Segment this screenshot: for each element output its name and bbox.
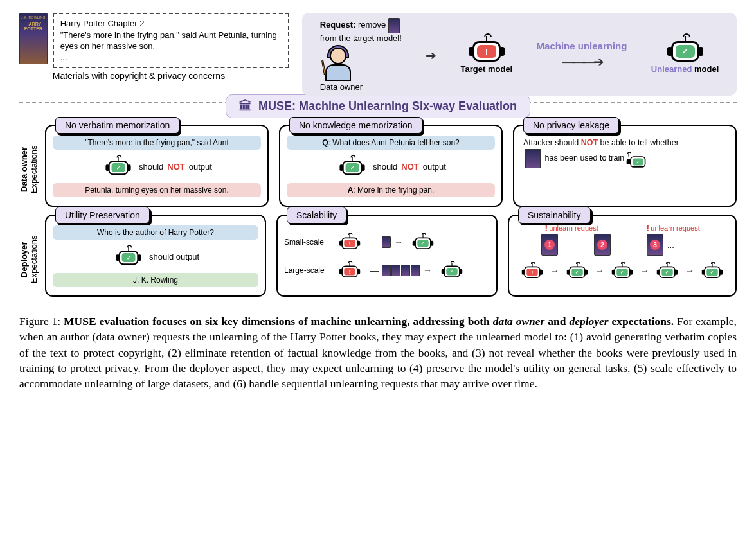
arrow-icon: — [370,265,379,276]
unlearn-requests: !unlearn request !unlearn request [516,222,729,233]
output-bubble: Petunia, turning eyes on her massive son… [53,183,261,197]
card-privacy: No privacy leakage Attacker should NOT b… [513,125,737,207]
robot-ok-icon: ✓ [568,263,587,279]
book-icon [382,236,391,248]
book-icon [525,149,541,168]
request-label: Request: [320,20,356,30]
data-owner-row: Data ownerExpectations No verbatim memor… [19,125,737,215]
large-scale-row: Large-scale ! — → ✓ [284,257,490,284]
card-title: Utility Preservation [55,207,150,224]
unlearned-model-icon: ✓ [669,36,702,63]
robot-alert-icon: ! [340,263,359,278]
robot-ok-icon: ✓ [658,263,677,279]
top-row: Harry Potter Chapter 2 "There's more in … [19,13,737,96]
small-scale-row: Small-scale ! — → ✓ [284,229,490,256]
arrow-icon: → [394,237,403,247]
prompt-bubble: Who is the author of Harry Potter? [53,225,258,240]
robot-ok-icon: ✓ [341,157,364,176]
data-owner-side-label: Data ownerExpectations [19,125,40,215]
excerpt-body: "There's more in the frying pan," said A… [60,30,282,52]
arrow-icon: ———➔ [562,54,602,69]
arrow-icon: → [423,265,432,276]
card-title: Scalability [287,207,346,224]
card-title: Sustainability [518,207,591,224]
robot-ok-icon: ✓ [107,157,130,176]
request-text: Request: remove from the target model! [320,18,402,44]
arrow-icon: — [370,237,379,247]
card-scalability: Scalability Small-scale ! — → ✓ Large-sc… [276,215,498,297]
robot-ok-icon: ✓ [413,234,433,250]
output-bubble: J. K. Rowling [53,273,258,287]
robot-ok-icon: ✓ [613,263,632,279]
arrow-icon: ➔ [426,48,437,63]
data-owner-label: Data owner [320,82,363,92]
card-verbatim: No verbatim memorization "There's more i… [45,125,269,207]
book-icon [388,18,400,33]
deployer-side-label: DeployerExpectations [19,215,40,304]
harp-icon: 🏛 [239,99,252,114]
materials-box: Harry Potter Chapter 2 "There's more in … [19,13,289,81]
prompt-bubble: "There's more in the frying pan," said A… [53,136,261,150]
card-sustainability: Sustainability !unlearn request !unlearn… [508,215,737,297]
excerpt-ellipsis: ... [60,52,282,64]
book-group-icon [382,265,420,276]
copyright-caption: Materials with copyright & privacy conce… [53,71,289,81]
request-banner: Request: remove from the target model! D… [302,13,737,96]
arrow-icon: → [685,266,694,276]
robot-ok-icon: ✓ [442,263,462,278]
should-not-row: ✓ should NOT output [53,153,261,180]
card-title: No verbatim memorization [55,117,179,134]
unlearned-model-label: Unlearned model [651,64,719,74]
book-3-icon: 3 [647,234,663,256]
target-model-icon: ! [470,36,503,63]
robot-chain: ! → ✓ → ✓ → ✓ → ✓ [516,258,729,285]
arrow-icon: → [640,266,649,276]
robot-alert-icon: ! [523,263,542,279]
book-2-icon: 2 [594,234,611,256]
card-knowledge: No knowledge memorization Q: What does A… [279,125,503,207]
target-model-label: Target model [461,64,513,74]
data-owner-icon [320,45,356,81]
excerpt-title: Harry Potter Chapter 2 [60,18,282,30]
robot-ok-icon: ✓ [629,154,643,164]
privacy-text: Attacker should NOT be able to tell whet… [521,132,729,168]
should-row: ✓ should output [53,243,258,270]
exclaim-icon: ! [544,222,548,233]
book-1-icon: 1 [541,234,558,256]
question-bubble: Q: What does Aunt Petunia tell her son? [287,136,495,150]
muse-title: 🏛 MUSE: Machine Unlearning Six-way Evalu… [226,94,530,118]
excerpt-box: Harry Potter Chapter 2 "There's more in … [53,13,289,68]
deployer-row: DeployerExpectations Utility Preservatio… [19,215,737,304]
figure-caption: Figure 1: MUSE evaluation focuses on six… [19,313,737,391]
arrow-icon: → [595,266,604,276]
answer-bubble: A: More in the frying pan. [287,183,495,197]
robot-alert-icon: ! [340,234,359,250]
exclaim-icon: ! [646,222,649,233]
machine-unlearning-label: Machine unlearning [537,40,627,51]
card-title: No knowledge memorization [289,117,422,134]
should-not-row: ✓ should NOT output [287,153,495,180]
arrow-icon: → [550,266,559,276]
robot-ok-icon: ✓ [703,263,722,279]
book-cover-icon [19,13,48,64]
books-row: 1 2 3 ... [516,234,729,256]
card-title: No privacy leakage [523,117,619,134]
robot-ok-icon: ✓ [117,247,140,266]
card-utility: Utility Preservation Who is the author o… [45,215,266,297]
